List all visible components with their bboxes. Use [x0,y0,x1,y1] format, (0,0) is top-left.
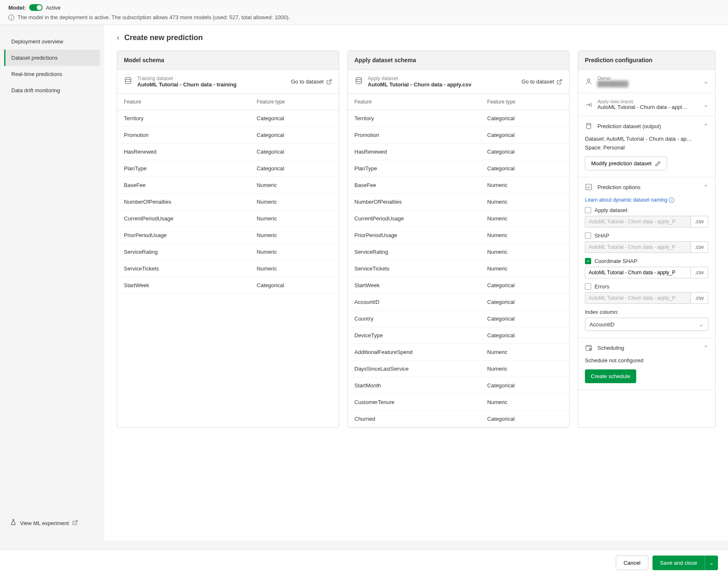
training-dataset-caption: Training dataset [137,76,237,81]
option-label: Errors [594,283,609,290]
table-row: CountryCategorical [348,311,569,327]
apply-data-row[interactable]: Apply data (input) AutoML Tutorial - Chu… [578,93,715,116]
col-feature: Feature [117,94,250,110]
option-checkbox[interactable] [585,232,591,239]
owner-value: ████████ [597,81,628,87]
svg-point-2 [587,79,590,81]
option-checkbox[interactable] [585,207,591,213]
calendar-icon [585,344,592,351]
index-column-label: Index column: [585,309,708,315]
scheduling-row[interactable]: Scheduling ⌃ [578,338,715,357]
svg-rect-5 [586,346,592,351]
view-ml-experiment-link[interactable]: View ML experiment [4,514,100,532]
table-row: ServiceTicketsNumeric [348,260,569,277]
external-link-icon [72,520,78,527]
table-row: StartWeekCategorical [117,277,339,294]
output-dataset-line: Dataset: AutoML Tutorial - Churn data - … [585,136,708,142]
output-space-line: Space: Personal [585,144,708,151]
external-link-icon [326,79,332,85]
table-row: ServiceTicketsNumeric [117,260,339,277]
option-checkbox[interactable] [585,283,591,290]
chevron-up-icon: ⌃ [703,184,708,190]
table-row: ServiceRatingNumeric [117,244,339,260]
table-row: PlanTypeCategorical [348,160,569,177]
output-dataset-row[interactable]: Prediction dataset (output) ⌃ [578,116,715,136]
chevron-up-icon: ⌃ [703,344,708,351]
database-icon [355,77,363,86]
table-row: AccountIDCategorical [348,294,569,311]
svg-rect-4 [586,184,592,190]
option-file-ext: .csv [690,216,708,227]
table-row: TerritoryCategorical [348,110,569,127]
learn-dynamic-naming-link[interactable]: Learn about dynamic dataset naming i [585,197,674,203]
table-row: CustomerTenureNumeric [348,394,569,411]
table-row: PriorPeriodUsageNumeric [348,227,569,244]
modify-prediction-dataset-button[interactable]: Modify prediction dataset [585,157,667,170]
table-row: PriorPeriodUsageNumeric [117,227,339,244]
database-icon [124,77,132,86]
goto-training-dataset-link[interactable]: Go to dataset [291,78,332,85]
svg-point-3 [587,124,591,125]
table-row: StartMonthCategorical [348,377,569,394]
table-row: NumberOfPenaltiesNumeric [348,194,569,210]
option-label: Coordinate SHAP [594,258,637,264]
apply-schema-header: Apply dataset schema [348,51,569,70]
chevron-down-icon: ⌄ [703,101,708,108]
option-checkbox[interactable]: ✓ [585,258,591,264]
option-label: SHAP [594,232,609,239]
index-column-select[interactable]: AccountID ⌄ [585,318,708,331]
model-label: Model: [8,5,26,11]
col-feature: Feature [348,94,481,110]
training-dataset-name: AutoML Tutorial - Churn data - training [137,81,237,88]
sidebar-item-0[interactable]: Deployment overview [4,33,100,50]
apply-dataset-name: AutoML Tutorial - Churn data - apply.csv [368,81,471,88]
option-file-ext: .csv [690,292,708,304]
prediction-config-panel: Prediction configuration Owner ████████ … [578,51,715,428]
table-row: PromotionCategorical [117,127,339,144]
sidebar-item-3[interactable]: Data drift monitoring [4,82,100,99]
table-row: DeviceTypeCategorical [348,327,569,344]
model-active-toggle[interactable] [29,4,43,11]
option-0: Apply dataset.csv [585,207,708,227]
table-row: BaseFeeNumeric [348,177,569,194]
goto-apply-dataset-link[interactable]: Go to dataset [521,78,562,85]
owner-row[interactable]: Owner ████████ ⌄ [578,70,715,93]
table-row: AdditionalFeatureSpendNumeric [348,344,569,361]
edit-icon [655,161,661,167]
table-row: CurrentPeriodUsageNumeric [348,210,569,227]
apply-schema-panel: Apply dataset schema Apply dataset AutoM… [348,51,570,428]
table-row: ServiceRatingNumeric [348,244,569,260]
top-bar: Model: Active i The model in the deploym… [0,0,728,25]
option-filename-input [585,216,690,227]
table-row: PromotionCategorical [348,127,569,144]
chevron-up-icon: ⌃ [703,123,708,129]
option-3: Errors.csv [585,283,708,304]
svg-point-0 [125,78,131,80]
input-icon [585,101,592,109]
external-link-icon [557,79,562,85]
table-row: HasRenewedCategorical [348,144,569,160]
back-button[interactable]: ‹ [117,33,119,42]
model-schema-header: Model schema [117,51,339,70]
table-row: BaseFeeNumeric [117,177,339,194]
prediction-options-row[interactable]: Prediction options ⌃ [578,177,715,197]
schedule-status: Schedule not configured [585,357,708,364]
table-row: StartWeekCategorical [348,277,569,294]
sidebar-item-1[interactable]: Dataset predictions [4,50,100,66]
option-1: SHAP.csv [585,232,708,253]
info-icon: i [8,15,14,20]
col-type: Feature type [481,94,569,110]
option-file-ext: .csv [690,267,708,278]
model-schema-panel: Model schema Training dataset AutoML Tut… [117,51,339,428]
table-row: HasRenewedCategorical [117,144,339,160]
create-schedule-button[interactable]: Create schedule [585,369,636,383]
chevron-down-icon: ⌄ [703,78,708,85]
output-icon [585,122,592,130]
info-icon: i [669,197,674,203]
sidebar-item-2[interactable]: Real-time predictions [4,66,100,82]
option-filename-input[interactable] [585,267,690,278]
option-label: Apply dataset [594,207,627,213]
table-row: ChurnedCategorical [348,411,569,427]
table-row: TerritoryCategorical [117,110,339,127]
config-header: Prediction configuration [578,51,715,70]
